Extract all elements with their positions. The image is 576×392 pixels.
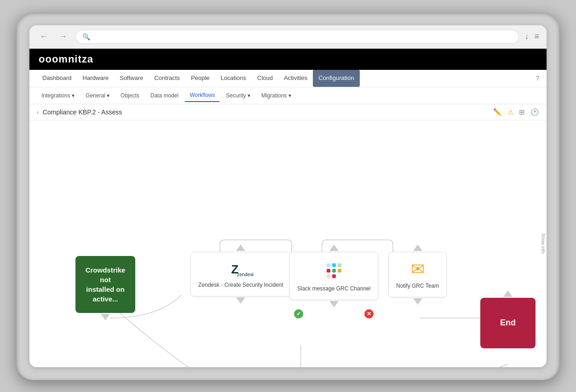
- slack1-status-ok: ✓: [294, 309, 303, 318]
- show-info[interactable]: Show info: [541, 233, 546, 254]
- sub-nav: Integrations ▾ General ▾ Objects Data mo…: [29, 87, 547, 104]
- notify1-box: ✉ Notify GRC Team: [388, 252, 447, 298]
- subnav-integrations[interactable]: Integrations ▾: [37, 90, 79, 102]
- nav-software[interactable]: Software: [114, 70, 149, 87]
- node-end[interactable]: End: [480, 290, 536, 348]
- nav-dashboard[interactable]: Dashboard: [37, 70, 77, 87]
- forward-button[interactable]: →: [56, 30, 70, 43]
- node-zendesk1[interactable]: Z zendesk Zendesk - Create Security Inci…: [190, 244, 291, 304]
- browser-content: ooomnitza Dashboard Hardware Software Co…: [29, 49, 547, 367]
- breadcrumb-back-button[interactable]: ‹: [37, 108, 39, 116]
- subnav-objects[interactable]: Objects: [116, 90, 144, 102]
- subnav-workflows[interactable]: Workflows: [185, 89, 219, 102]
- slack1-label: Slack message GRC Channel: [297, 285, 370, 293]
- subnav-data-model[interactable]: Data model: [146, 90, 183, 102]
- zendesk1-connector-bottom: [236, 297, 245, 304]
- top-bar: ooomnitza: [29, 49, 547, 70]
- warning-icon[interactable]: ⚠: [507, 108, 513, 116]
- slack1-logo: [323, 260, 345, 282]
- subnav-security[interactable]: Security ▾: [221, 90, 255, 102]
- zendesk1-connector-top: [236, 244, 245, 251]
- edit-icon[interactable]: ✏️: [493, 108, 502, 116]
- subnav-general[interactable]: General ▾: [81, 90, 114, 102]
- device-frame: ← → 🔍 ↓ ≡ ooomnitza Dashboard Hardwa: [17, 12, 559, 380]
- slack1-connector-bottom: [329, 301, 339, 307]
- node-notify1[interactable]: ✉ Notify GRC Team: [388, 244, 447, 305]
- zendesk1-box: Z zendesk Zendesk - Create Security Inci…: [190, 252, 291, 297]
- nav-configuration[interactable]: Configuration: [313, 70, 359, 87]
- workflow-canvas: Crowdstrike not installed on active... Z…: [29, 120, 547, 367]
- help-icon[interactable]: ?: [536, 74, 539, 82]
- start-node-label: Crowdstrike not installed on active...: [86, 265, 126, 304]
- notify1-icon: ✉: [411, 260, 425, 279]
- nav-cloud[interactable]: Cloud: [252, 70, 278, 87]
- end-connector-top: [503, 290, 513, 297]
- start-node[interactable]: Crowdstrike not installed on active...: [75, 256, 135, 320]
- breadcrumb-title: Compliance KBP.2 - Assess: [43, 108, 122, 116]
- nav-contracts[interactable]: Contracts: [149, 70, 185, 87]
- subnav-migrations[interactable]: Migrations ▾: [257, 90, 296, 102]
- svg-rect-3: [332, 263, 336, 267]
- start-connector-bottom: [101, 314, 110, 320]
- svg-rect-9: [327, 274, 330, 278]
- nav-menu: Dashboard Hardware Software Contracts Pe…: [29, 70, 547, 87]
- nav-people[interactable]: People: [185, 70, 215, 87]
- node-slack1[interactable]: Slack message GRC Channel ✓ ✕: [289, 244, 378, 315]
- slack1-status-err: ✕: [364, 309, 374, 318]
- back-button[interactable]: ←: [37, 30, 51, 43]
- notify1-label: Notify GRC Team: [396, 283, 439, 290]
- zendesk1-label: Zendesk - Create Security Incident: [198, 282, 283, 289]
- browser-chrome: ← → 🔍 ↓ ≡: [29, 25, 547, 49]
- breadcrumb-bar: ‹ Compliance KBP.2 - Assess ✏️ ⚠ ⊞ 🕐: [29, 104, 547, 120]
- workflow-connectors: [29, 120, 547, 367]
- svg-rect-4: [332, 269, 336, 273]
- svg-rect-8: [338, 263, 341, 267]
- start-node-box: Crowdstrike not installed on active...: [75, 256, 135, 313]
- nav-hardware[interactable]: Hardware: [77, 70, 114, 87]
- layout-icon[interactable]: ⊞: [519, 108, 525, 116]
- slack1-box: Slack message GRC Channel: [289, 252, 378, 301]
- slack-svg: [323, 260, 345, 282]
- breadcrumb-actions: ✏️ ⚠ ⊞ 🕐: [493, 108, 539, 116]
- svg-rect-5: [338, 269, 341, 273]
- end-label: End: [500, 318, 516, 328]
- nav-locations[interactable]: Locations: [215, 70, 252, 87]
- history-icon[interactable]: 🕐: [530, 108, 539, 116]
- zendesk1-logo: Z zendesk: [228, 260, 253, 278]
- browser-actions: ↓ ≡: [524, 32, 539, 41]
- end-box: End: [480, 298, 536, 348]
- svg-rect-6: [332, 274, 336, 278]
- notify1-connector-bottom: [413, 298, 422, 305]
- nav-activities[interactable]: Activities: [278, 70, 313, 87]
- slack1-connector-top: [329, 244, 339, 251]
- logo: ooomnitza: [39, 53, 93, 65]
- menu-icon[interactable]: ≡: [534, 32, 539, 41]
- download-icon[interactable]: ↓: [524, 32, 529, 41]
- browser-window: ← → 🔍 ↓ ≡ ooomnitza Dashboard Hardwa: [29, 25, 547, 367]
- address-bar: 🔍: [75, 30, 519, 44]
- svg-text:zendesk: zendesk: [237, 272, 253, 277]
- search-icon: 🔍: [82, 33, 90, 40]
- svg-rect-2: [327, 269, 330, 273]
- notify1-connector-top: [413, 244, 422, 251]
- search-input[interactable]: [94, 33, 512, 40]
- svg-rect-7: [327, 263, 330, 267]
